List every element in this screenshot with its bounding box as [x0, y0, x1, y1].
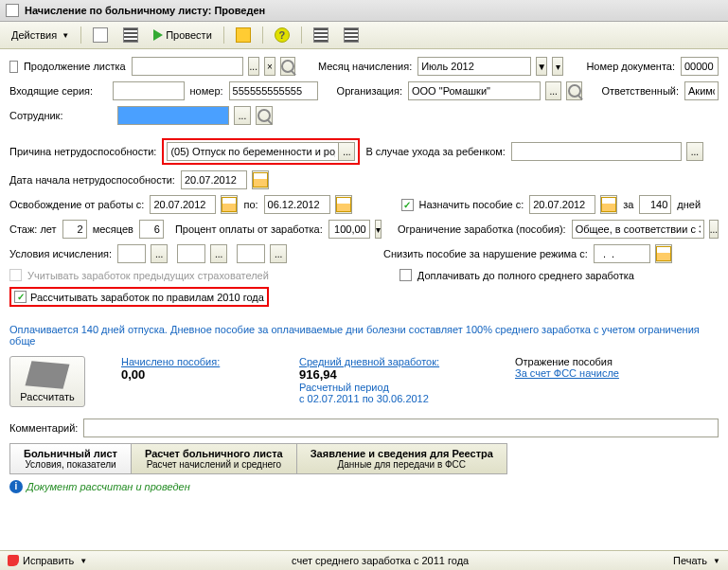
tool-button-3[interactable]	[338, 25, 364, 45]
org-input[interactable]	[408, 81, 541, 100]
release-to-label: по:	[243, 199, 257, 210]
cond3-input[interactable]	[237, 244, 265, 263]
separator	[262, 27, 263, 44]
reduce-date-input[interactable]	[594, 244, 650, 263]
cond2-input[interactable]	[177, 244, 205, 263]
series-input[interactable]	[113, 81, 185, 100]
employee-label: Сотрудник:	[9, 110, 112, 121]
calculator-icon	[26, 361, 70, 388]
clear-button[interactable]: ×	[264, 57, 275, 76]
print-button[interactable]: Печать ▼	[673, 555, 720, 566]
chevron-down-icon: ▼	[713, 557, 720, 565]
employee-search[interactable]	[256, 106, 273, 125]
fix-button[interactable]: Исправить ▼	[8, 555, 87, 566]
calendar-icon	[601, 197, 616, 212]
reason-select[interactable]: ...	[338, 142, 355, 161]
calendar-icon	[656, 246, 671, 261]
years-input[interactable]	[62, 220, 87, 239]
resp-input[interactable]	[684, 81, 719, 100]
rules2010-label: Рассчитывать заработок по правилам 2010 …	[30, 292, 264, 303]
average-link[interactable]: Средний дневной заработок:	[299, 356, 479, 367]
series-label: Входящие серия:	[9, 85, 107, 97]
start-label: Дата начала нетрудоспособности:	[9, 174, 175, 186]
month-input[interactable]	[417, 57, 531, 76]
cond1-input[interactable]	[117, 244, 146, 263]
release-from-calendar[interactable]	[221, 195, 238, 214]
employee-input[interactable]	[117, 106, 229, 125]
assign-date-input[interactable]	[529, 195, 595, 214]
percent-stepper[interactable]: ▾	[375, 220, 382, 239]
employee-select[interactable]: ...	[234, 106, 251, 125]
month-stepper[interactable]: ▾	[552, 57, 563, 76]
percent-input[interactable]	[328, 220, 370, 239]
calculate-button[interactable]: Рассчитать	[9, 356, 85, 407]
days-label: дней	[677, 199, 701, 210]
childcare-label: В случае ухода за ребенком:	[365, 146, 506, 157]
period-label: Расчетный период	[299, 382, 479, 393]
org-select[interactable]: ...	[545, 81, 561, 100]
reduce-label: Снизить пособие за нарушение режима с:	[383, 248, 588, 259]
pin-icon	[8, 555, 19, 566]
search-button[interactable]	[280, 57, 295, 76]
actions-menu[interactable]: Действия ▼	[6, 27, 75, 44]
tool-button-1[interactable]	[230, 25, 257, 45]
accrued-link[interactable]: Начислено пособия:	[121, 356, 263, 367]
rules2010-checkbox[interactable]	[14, 291, 27, 303]
fss-link[interactable]: За счет ФСС начисле	[515, 367, 619, 379]
comment-input[interactable]	[83, 419, 719, 437]
for-label: за	[623, 199, 633, 210]
accrued-block: Начислено пособия: 0,00	[121, 356, 263, 382]
assign-calendar[interactable]	[600, 195, 617, 214]
docnum-input[interactable]	[681, 57, 719, 76]
calendar-icon	[336, 197, 351, 212]
month-dropdown[interactable]: ▼	[536, 57, 547, 76]
help-button[interactable]: ?	[269, 25, 295, 45]
reason-input[interactable]	[167, 142, 339, 161]
tool-button-2[interactable]	[308, 25, 334, 45]
list-button[interactable]	[117, 25, 144, 45]
document-icon	[6, 4, 19, 17]
assign-checkbox[interactable]	[401, 199, 414, 211]
continuation-input[interactable]	[132, 57, 243, 76]
continuation-checkbox[interactable]	[9, 61, 18, 73]
search-icon	[257, 109, 271, 122]
childcare-select[interactable]: ...	[686, 142, 703, 161]
select-button[interactable]: ...	[248, 57, 259, 76]
limit-select[interactable]: ...	[709, 220, 719, 239]
org-search[interactable]	[566, 81, 582, 100]
reduce-calendar[interactable]	[655, 244, 672, 263]
tab-calculation[interactable]: Расчет больничного листа Расчет начислен…	[131, 443, 297, 474]
chevron-down-icon: ▼	[80, 557, 87, 565]
number-input[interactable]	[229, 81, 318, 100]
footer-note: счет среднего заработка с 2011 года	[292, 555, 469, 566]
full-pay-checkbox[interactable]	[400, 269, 412, 281]
release-to-calendar[interactable]	[335, 195, 352, 214]
tab-registry[interactable]: Заявление и сведения для Реестра Данные …	[296, 443, 507, 474]
cond2-select[interactable]: ...	[210, 244, 227, 263]
period-value: с 02.07.2011 по 30.06.2012	[299, 393, 479, 404]
reflection-block: Отражение пособия За счет ФСС начисле	[515, 356, 619, 379]
limit-input[interactable]	[572, 220, 704, 239]
search-icon	[568, 84, 581, 98]
month-label: Месяц начисления:	[318, 61, 412, 72]
form-content: Продолжение листка ... × Месяц начислени…	[0, 49, 728, 501]
release-from-input[interactable]	[150, 195, 216, 214]
average-value: 916,94	[299, 367, 479, 382]
post-button[interactable]: Провести	[148, 27, 218, 44]
release-to-input[interactable]	[264, 195, 330, 214]
days-input[interactable]	[639, 195, 671, 214]
full-pay-label: Доплачивать до полного среднего заработк…	[417, 270, 634, 281]
add-button[interactable]	[87, 25, 114, 45]
status-text: Документ рассчитан и проведен	[27, 481, 190, 492]
search-icon	[281, 60, 294, 73]
childcare-input[interactable]	[511, 142, 682, 161]
cond1-select[interactable]: ...	[151, 244, 168, 263]
cond3-select[interactable]: ...	[270, 244, 287, 263]
reason-highlight: ...	[162, 138, 360, 165]
docnum-label: Номер документа:	[586, 61, 675, 72]
months-input[interactable]	[139, 220, 164, 239]
start-calendar[interactable]	[252, 170, 269, 189]
tab-sick-leave[interactable]: Больничный лист Условия, показатели	[9, 443, 132, 474]
release-label: Освобождение от работы с:	[9, 199, 144, 210]
start-input[interactable]	[181, 170, 247, 189]
